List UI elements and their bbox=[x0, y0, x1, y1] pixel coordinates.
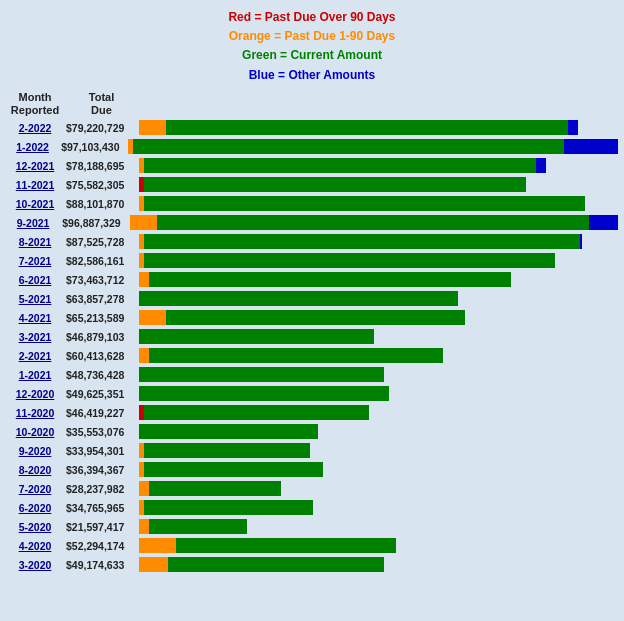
table-row: 6-2021 $73,463,712 bbox=[6, 271, 618, 288]
row-total-9-2020: $33,954,301 bbox=[64, 445, 139, 457]
legend-red: Red = Past Due Over 90 Days bbox=[228, 10, 395, 24]
bar-orange-9-2021 bbox=[130, 215, 157, 230]
bar-orange-2-2021 bbox=[139, 348, 149, 363]
row-total-7-2020: $28,237,982 bbox=[64, 483, 139, 495]
bar-2-2022 bbox=[139, 120, 618, 135]
row-total-4-2021: $65,213,589 bbox=[64, 312, 139, 324]
row-month-6-2020[interactable]: 6-2020 bbox=[6, 502, 64, 514]
table-row: 10-2020 $35,553,076 bbox=[6, 423, 618, 440]
row-total-2-2021: $60,413,628 bbox=[64, 350, 139, 362]
row-total-3-2020: $49,174,633 bbox=[64, 559, 139, 571]
row-month-8-2021[interactable]: 8-2021 bbox=[6, 236, 64, 248]
row-month-9-2020[interactable]: 9-2020 bbox=[6, 445, 64, 457]
legend: Red = Past Due Over 90 Days Orange = Pas… bbox=[6, 8, 618, 85]
bar-blue-9-2021 bbox=[589, 215, 618, 230]
row-total-10-2021: $88,101,870 bbox=[64, 198, 139, 210]
bar-green-9-2021 bbox=[157, 215, 588, 230]
bar-3-2021 bbox=[139, 329, 618, 344]
row-month-9-2021[interactable]: 9-2021 bbox=[6, 217, 60, 229]
row-month-7-2021[interactable]: 7-2021 bbox=[6, 255, 64, 267]
table-row: 9-2021 $96,887,329 bbox=[6, 214, 618, 231]
row-total-11-2021: $75,582,305 bbox=[64, 179, 139, 191]
row-month-3-2021[interactable]: 3-2021 bbox=[6, 331, 64, 343]
bar-green-8-2020 bbox=[144, 462, 323, 477]
bar-green-5-2020 bbox=[149, 519, 247, 534]
bar-orange-4-2020 bbox=[139, 538, 176, 553]
row-total-5-2021: $63,857,278 bbox=[64, 293, 139, 305]
bar-green-3-2020 bbox=[168, 557, 384, 572]
row-month-2-2022[interactable]: 2-2022 bbox=[6, 122, 64, 134]
bar-green-10-2021 bbox=[144, 196, 585, 211]
row-month-4-2020[interactable]: 4-2020 bbox=[6, 540, 64, 552]
row-month-4-2021[interactable]: 4-2021 bbox=[6, 312, 64, 324]
table-row: 1-2021 $48,736,428 bbox=[6, 366, 618, 383]
row-total-10-2020: $35,553,076 bbox=[64, 426, 139, 438]
chart-rows: 2-2022 $79,220,729 1-2022 $97,103,430 12… bbox=[6, 119, 618, 573]
row-month-8-2020[interactable]: 8-2020 bbox=[6, 464, 64, 476]
bar-4-2020 bbox=[139, 538, 618, 553]
bar-green-11-2020 bbox=[144, 405, 369, 420]
header-month: MonthReported bbox=[6, 91, 64, 117]
row-month-12-2020[interactable]: 12-2020 bbox=[6, 388, 64, 400]
bar-green-1-2021 bbox=[139, 367, 384, 382]
row-month-5-2020[interactable]: 5-2020 bbox=[6, 521, 64, 533]
row-total-3-2021: $46,879,103 bbox=[64, 331, 139, 343]
bar-12-2020 bbox=[139, 386, 618, 401]
bar-2-2021 bbox=[139, 348, 618, 363]
table-row: 7-2021 $82,586,161 bbox=[6, 252, 618, 269]
bar-blue-1-2022 bbox=[564, 139, 618, 154]
table-row: 2-2021 $60,413,628 bbox=[6, 347, 618, 364]
bar-green-12-2021 bbox=[144, 158, 536, 173]
bar-green-11-2021 bbox=[144, 177, 526, 192]
bar-5-2020 bbox=[139, 519, 618, 534]
table-row: 11-2021 $75,582,305 bbox=[6, 176, 618, 193]
row-month-11-2020[interactable]: 11-2020 bbox=[6, 407, 64, 419]
row-total-12-2020: $49,625,351 bbox=[64, 388, 139, 400]
row-total-5-2020: $21,597,417 bbox=[64, 521, 139, 533]
row-total-4-2020: $52,294,174 bbox=[64, 540, 139, 552]
row-total-2-2022: $79,220,729 bbox=[64, 122, 139, 134]
chart-container: Red = Past Due Over 90 Days Orange = Pas… bbox=[0, 0, 624, 583]
row-month-1-2022[interactable]: 1-2022 bbox=[6, 141, 59, 153]
bar-green-9-2020 bbox=[144, 443, 311, 458]
bar-orange-5-2020 bbox=[139, 519, 149, 534]
bar-green-12-2020 bbox=[139, 386, 389, 401]
bar-green-5-2021 bbox=[139, 291, 458, 306]
table-row: 9-2020 $33,954,301 bbox=[6, 442, 618, 459]
row-month-1-2021[interactable]: 1-2021 bbox=[6, 369, 64, 381]
bar-9-2020 bbox=[139, 443, 618, 458]
table-row: 11-2020 $46,419,227 bbox=[6, 404, 618, 421]
table-row: 5-2021 $63,857,278 bbox=[6, 290, 618, 307]
row-month-2-2021[interactable]: 2-2021 bbox=[6, 350, 64, 362]
bar-orange-7-2020 bbox=[139, 481, 149, 496]
row-month-3-2020[interactable]: 3-2020 bbox=[6, 559, 64, 571]
table-row: 3-2021 $46,879,103 bbox=[6, 328, 618, 345]
bar-green-1-2022 bbox=[133, 139, 564, 154]
bar-green-6-2021 bbox=[149, 272, 512, 287]
row-total-1-2022: $97,103,430 bbox=[59, 141, 128, 153]
bar-green-10-2020 bbox=[139, 424, 318, 439]
bar-7-2021 bbox=[139, 253, 618, 268]
table-row: 7-2020 $28,237,982 bbox=[6, 480, 618, 497]
legend-orange: Orange = Past Due 1-90 Days bbox=[229, 29, 395, 43]
bar-1-2022 bbox=[128, 139, 618, 154]
table-row: 12-2021 $78,188,695 bbox=[6, 157, 618, 174]
bar-green-7-2020 bbox=[149, 481, 281, 496]
row-total-11-2020: $46,419,227 bbox=[64, 407, 139, 419]
bar-12-2021 bbox=[139, 158, 618, 173]
table-header: MonthReported TotalDue bbox=[6, 91, 618, 117]
row-month-10-2020[interactable]: 10-2020 bbox=[6, 426, 64, 438]
row-total-6-2020: $34,765,965 bbox=[64, 502, 139, 514]
row-month-7-2020[interactable]: 7-2020 bbox=[6, 483, 64, 495]
row-month-10-2021[interactable]: 10-2021 bbox=[6, 198, 64, 210]
bar-orange-6-2021 bbox=[139, 272, 149, 287]
bar-orange-4-2021 bbox=[139, 310, 166, 325]
row-month-12-2021[interactable]: 12-2021 bbox=[6, 160, 64, 172]
bar-orange-3-2020 bbox=[139, 557, 168, 572]
row-month-6-2021[interactable]: 6-2021 bbox=[6, 274, 64, 286]
row-total-12-2021: $78,188,695 bbox=[64, 160, 139, 172]
row-month-5-2021[interactable]: 5-2021 bbox=[6, 293, 64, 305]
bar-11-2020 bbox=[139, 405, 618, 420]
row-month-11-2021[interactable]: 11-2021 bbox=[6, 179, 64, 191]
bar-5-2021 bbox=[139, 291, 618, 306]
